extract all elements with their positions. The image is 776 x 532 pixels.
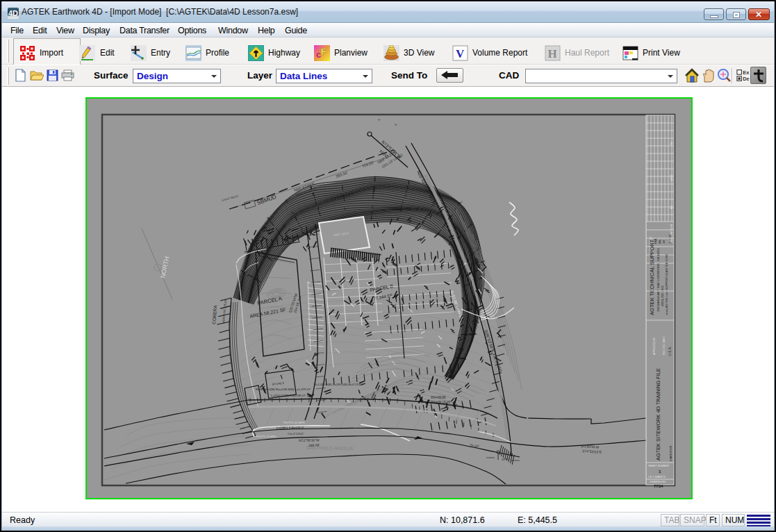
- svg-text:399 BARNHART WAY LIVERMORE,: 399 BARNHART WAY LIVERMORE, CA 94551: [657, 247, 660, 312]
- svg-text:×: ×: [393, 122, 398, 127]
- svg-text:U.S.A.: U.S.A.: [668, 347, 672, 356]
- svg-text:NO: NO: [670, 141, 673, 145]
- svg-text:EXIST BLDG: EXIST BLDG: [222, 194, 239, 202]
- svg-text:SBMUD: SBMUD: [256, 194, 277, 206]
- svg-text:N72°58'30"W: N72°58'30"W: [299, 438, 320, 442]
- svg-text:AGTEK SITEWORK 4D TRAINING FIL: AGTEK SITEWORK 4D TRAINING FILE: [655, 368, 661, 460]
- svg-text:PROP'D 45 MPH: PROP'D 45 MPH: [256, 435, 276, 438]
- svg-text:DRAWING NO.: DRAWING NO.: [650, 481, 667, 483]
- svg-text:×: ×: [377, 117, 381, 122]
- svg-text:383.34': 383.34': [335, 170, 348, 178]
- svg-text:APPROVED BY: APPROVED BY: [653, 337, 656, 355]
- svg-text:PARCEL B: PARCEL B: [370, 283, 394, 292]
- svg-text:AA: AA: [658, 240, 661, 244]
- svg-text:Out 4°13'00": Out 4°13'00": [288, 432, 304, 435]
- svg-text:COBERA: COBERA: [211, 304, 217, 324]
- svg-text:www.AGTEK.com SUPPORT@AGTEK: www.AGTEK.com SUPPORT@AGTEK.COM: [665, 254, 668, 315]
- svg-text:R=1,090.0(M) L=249.0(M) Δ=4°23: R=1,090.0(M) L=249.0(M) Δ=4°23'45": [314, 383, 363, 386]
- svg-text:SHEET NUMBER: SHEET NUMBER: [648, 465, 669, 467]
- svg-text:S74°56'53"E: S74°56'53"E: [582, 449, 602, 454]
- svg-text:77,344 SF: 77,344 SF: [373, 293, 393, 301]
- svg-text:JH: JH: [662, 240, 666, 244]
- svg-text:INV=99.89: INV=99.89: [431, 396, 446, 399]
- svg-text:BY: BY: [670, 205, 673, 209]
- svg-text:PROP'D 45 MPH: PROP'D 45 MPH: [283, 421, 305, 424]
- svg-text:75.43': 75.43': [470, 443, 479, 448]
- svg-text:DATE: DATE: [670, 174, 673, 181]
- svg-text:MONTAGE 325.86: MONTAGE 325.86: [222, 299, 227, 324]
- svg-text:De: De: [743, 76, 749, 82]
- svg-text:1: 1: [659, 469, 661, 474]
- svg-text:OF 1 SHEETS: OF 1 SHEETS: [648, 476, 666, 479]
- svg-text:REC. NO. DATE: REC. NO. DATE: [663, 336, 666, 355]
- svg-text:INV=99.19 15": INV=99.19 15": [431, 401, 452, 404]
- svg-text:Ex: Ex: [743, 69, 750, 76]
- svg-text:AGTEK TECHNICAL SUPPORT: AGTEK TECHNICAL SUPPORT: [649, 239, 655, 315]
- svg-text:PARCEL A: PARCEL A: [257, 295, 283, 306]
- svg-text:Rw1,050.0(M) Rw=248.8(M) L=1: Rw1,050.0(M) Rw=248.8(M) L=1,479.37': [256, 388, 311, 391]
- svg-text:H: H: [548, 47, 557, 60]
- svg-text:119.55': 119.55': [361, 160, 374, 168]
- svg-text:26 FT: 26 FT: [502, 458, 509, 461]
- svg-text:V: V: [456, 47, 465, 60]
- svg-text:248.68': 248.68': [308, 443, 320, 447]
- svg-text:HARDRIVE: HARDRIVE: [669, 445, 672, 461]
- svg-text:IP=146.3: IP=146.3: [272, 381, 284, 386]
- svg-text:F: F: [321, 47, 326, 57]
- svg-text:7734: 7734: [654, 484, 663, 488]
- svg-text:NORTH: NORTH: [159, 256, 170, 279]
- svg-text:(800) 258-7662: (800) 258-7662: [661, 285, 664, 306]
- svg-text:1" = 30': 1" = 30': [668, 234, 672, 244]
